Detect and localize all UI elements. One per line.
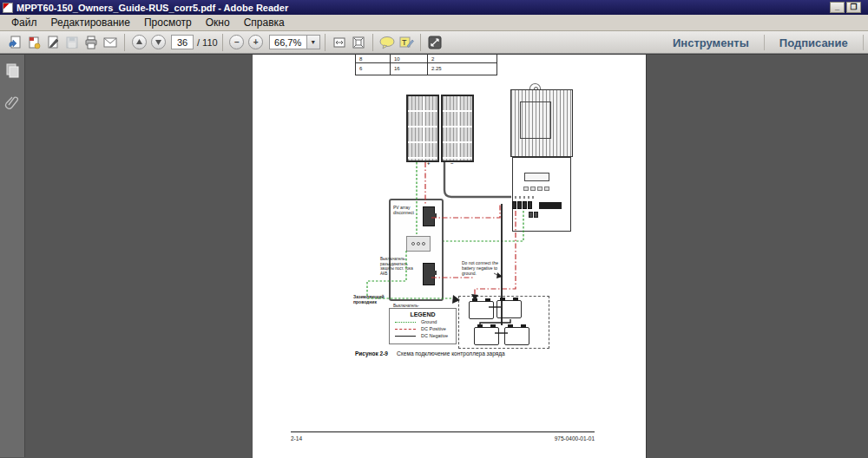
attachments-icon[interactable] bbox=[4, 94, 20, 114]
pv-negative-label: – bbox=[450, 160, 453, 166]
menu-view[interactable]: Просмотр bbox=[138, 16, 198, 29]
legend-title: LEGEND bbox=[390, 311, 456, 317]
battery bbox=[474, 327, 499, 345]
battery-breaker-label: Выключатель-разъединитель защиты пост. т… bbox=[380, 257, 415, 276]
zoom-in-button[interactable]: + bbox=[247, 33, 266, 52]
previous-page-button[interactable] bbox=[129, 33, 148, 52]
battery bbox=[469, 301, 494, 319]
battery bbox=[504, 327, 529, 345]
controller-terminal-cover bbox=[539, 202, 562, 209]
page-footer-right: 975-0400-01-01 bbox=[470, 435, 595, 442]
tab-comment[interactable]: Комментарии bbox=[864, 36, 868, 49]
pv-panel bbox=[441, 95, 474, 162]
zoom-out-button[interactable]: – bbox=[227, 33, 247, 52]
table-row: 6 16 2.25 bbox=[356, 63, 496, 75]
pv-disconnect-label: PV array disconnect bbox=[393, 205, 423, 215]
pv-positive-label: + bbox=[427, 160, 431, 166]
pv-breaker bbox=[423, 206, 435, 226]
tab-tools[interactable]: Инструменты bbox=[658, 36, 764, 49]
adobe-reader-window: MPPT60-150_Owners_Guide-RUS_corr5.pdf - … bbox=[0, 0, 868, 458]
menu-file[interactable]: Файл bbox=[5, 16, 43, 29]
figure-title: Схема подключение контроллера заряда bbox=[397, 350, 505, 357]
controller-heatsink bbox=[510, 89, 573, 157]
save-copy-icon[interactable] bbox=[5, 33, 24, 52]
battery-breaker bbox=[423, 263, 435, 285]
legend-box: LEGEND Ground DC Positive DC Negative bbox=[389, 308, 457, 344]
next-page-button[interactable] bbox=[148, 33, 168, 52]
zoom-level-input[interactable]: 66,7% bbox=[269, 35, 307, 49]
table-row: 8 10 2 bbox=[356, 55, 496, 63]
menu-bar: Файл Редактирование Просмотр Окно Справк… bbox=[0, 15, 868, 31]
email-icon[interactable] bbox=[101, 33, 120, 52]
menu-edit[interactable]: Редактирование bbox=[45, 16, 136, 29]
tab-sign[interactable]: Подписание bbox=[765, 36, 863, 49]
toolbar-panels: Инструменты Подписание Комментарии bbox=[658, 31, 868, 54]
page-total-label: / 110 bbox=[197, 37, 218, 48]
page-number-input[interactable]: 36 bbox=[171, 35, 194, 49]
dc-positive-line-sample bbox=[395, 329, 416, 330]
pdf-page[interactable]: 8 10 2 6 16 2.25 + – bbox=[253, 55, 647, 458]
page-thumbnails-icon[interactable] bbox=[4, 62, 20, 82]
figure-number: Рисунок 2-9 bbox=[355, 350, 388, 357]
figure-caption: Рисунок 2-9Схема подключение контроллера… bbox=[355, 350, 505, 357]
controller-terminal-block bbox=[512, 201, 532, 209]
dc-negative-line-sample bbox=[395, 336, 416, 337]
fit-width-icon[interactable] bbox=[330, 33, 349, 52]
controller-display bbox=[524, 173, 549, 181]
wire-gauge-table: 8 10 2 6 16 2.25 bbox=[355, 55, 497, 75]
window-title: MPPT60-150_Owners_Guide-RUS_corr5.pdf - … bbox=[16, 3, 288, 13]
restore-button[interactable]: ❐ bbox=[846, 2, 861, 13]
minimize-button[interactable]: _ bbox=[830, 2, 845, 13]
pv-array bbox=[406, 95, 474, 162]
menu-help[interactable]: Справка bbox=[238, 16, 291, 29]
create-pdf-icon[interactable] bbox=[24, 33, 43, 52]
zoom-dropdown-button[interactable]: ▼ bbox=[307, 35, 320, 49]
svg-text:T: T bbox=[402, 38, 407, 47]
navigation-rail bbox=[0, 55, 25, 457]
menu-window[interactable]: Окно bbox=[200, 16, 236, 29]
title-bar: MPPT60-150_Owners_Guide-RUS_corr5.pdf - … bbox=[0, 0, 868, 15]
controller-buttons bbox=[523, 186, 549, 191]
text-annotation-icon[interactable]: T bbox=[397, 33, 416, 52]
controller-aux-connector bbox=[529, 212, 538, 218]
document-area: 8 10 2 6 16 2.25 + – bbox=[0, 54, 868, 457]
fit-page-icon[interactable] bbox=[349, 33, 368, 52]
sign-page-icon[interactable] bbox=[43, 33, 62, 52]
ground-line-sample bbox=[395, 322, 416, 323]
page-footer-left: 2-14 bbox=[291, 435, 302, 442]
footer-rule bbox=[291, 431, 595, 433]
ground-conductor-label: Заземляющий проводник bbox=[353, 294, 390, 304]
expand-icon[interactable] bbox=[425, 33, 444, 52]
ground-busbar bbox=[406, 236, 431, 252]
comment-bubble-icon[interactable] bbox=[378, 33, 397, 52]
warning-note: Do not connect the battery negative to g… bbox=[462, 260, 503, 276]
pv-panel bbox=[406, 95, 439, 162]
battery bbox=[496, 300, 522, 318]
toolbar: 36 / 110 – + 66,7% ▼ T Инструменты bbox=[0, 31, 868, 54]
charge-controller bbox=[512, 157, 571, 232]
pdf-file-icon bbox=[3, 3, 13, 13]
save-icon bbox=[62, 33, 82, 52]
print-icon[interactable] bbox=[82, 33, 101, 52]
pv-disconnect-box: PV array disconnect bbox=[389, 199, 444, 301]
